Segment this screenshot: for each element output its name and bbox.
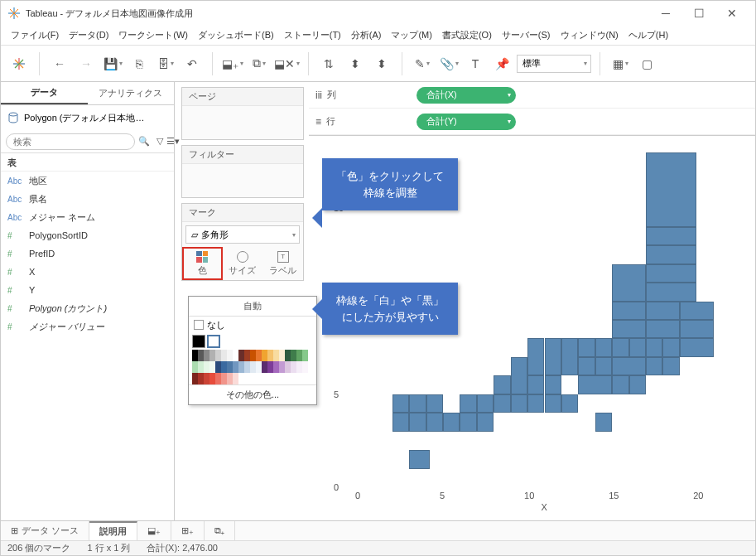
- color-swatch[interactable]: [227, 361, 233, 373]
- color-swatch[interactable]: [267, 350, 273, 361]
- color-swatch[interactable]: [244, 350, 250, 361]
- color-swatch[interactable]: [204, 373, 209, 384]
- color-swatch[interactable]: [273, 361, 279, 373]
- marks-size-button[interactable]: サイズ: [223, 247, 263, 280]
- color-swatch[interactable]: [279, 361, 285, 373]
- map-polygon[interactable]: [646, 264, 696, 283]
- color-swatch[interactable]: [221, 361, 227, 373]
- new-story-tab[interactable]: ⧉₊: [205, 521, 235, 540]
- color-swatch[interactable]: [209, 361, 215, 373]
- field-row[interactable]: Abc県名: [1, 190, 174, 208]
- swatch-black[interactable]: [192, 335, 205, 348]
- field-row[interactable]: Abc地区: [1, 172, 174, 190]
- tab-data[interactable]: データ: [1, 82, 88, 104]
- new-dashboard-tab[interactable]: ⊞₊: [171, 521, 205, 540]
- maximize-button[interactable]: ☐: [682, 2, 715, 25]
- map-polygon[interactable]: [511, 394, 527, 413]
- field-row[interactable]: Abcメジャー ネーム: [1, 208, 174, 226]
- color-swatch[interactable]: [198, 350, 204, 361]
- map-polygon[interactable]: [409, 413, 426, 431]
- pages-shelf[interactable]: ページ: [181, 87, 304, 140]
- map-polygon[interactable]: [595, 338, 612, 356]
- fit-select[interactable]: 標準: [517, 55, 591, 73]
- save-button[interactable]: 💾: [101, 52, 124, 75]
- menu-item[interactable]: データ(D): [64, 27, 113, 44]
- color-swatch[interactable]: [192, 361, 198, 373]
- map-polygon[interactable]: [646, 357, 662, 375]
- color-swatch[interactable]: [192, 373, 198, 384]
- map-polygon[interactable]: [646, 283, 696, 301]
- color-swatch[interactable]: [262, 350, 267, 361]
- menu-item[interactable]: 書式設定(O): [437, 27, 497, 44]
- color-swatch[interactable]: [215, 373, 221, 384]
- map-polygon[interactable]: [646, 227, 696, 245]
- sort-desc-button[interactable]: ⬍: [370, 52, 393, 75]
- map-polygon[interactable]: [460, 413, 476, 431]
- color-swatch[interactable]: [291, 361, 296, 373]
- tab-data-source[interactable]: ⊞データ ソース: [1, 521, 89, 540]
- color-swatch[interactable]: [273, 350, 279, 361]
- mark-type-select[interactable]: ▱ 多角形: [185, 225, 300, 244]
- color-swatch[interactable]: [215, 350, 221, 361]
- marks-color-button[interactable]: 色: [182, 247, 223, 280]
- color-none-row[interactable]: なし: [189, 317, 316, 333]
- menu-item[interactable]: ウィンドウ(N): [556, 27, 624, 44]
- field-row[interactable]: #Polygon (カウント): [1, 299, 174, 317]
- clear-button[interactable]: ⬓✕: [274, 52, 300, 75]
- menu-item[interactable]: ヘルプ(H): [624, 27, 673, 44]
- field-row[interactable]: #メジャー バリュー: [1, 317, 174, 336]
- map-polygon[interactable]: [612, 357, 646, 375]
- highlight-button[interactable]: ✎: [411, 52, 434, 75]
- map-polygon[interactable]: [511, 357, 527, 394]
- back-button[interactable]: ←: [48, 52, 71, 75]
- map-polygon[interactable]: [662, 357, 679, 375]
- color-swatch[interactable]: [198, 361, 204, 373]
- map-polygon[interactable]: [527, 394, 544, 413]
- map-polygon[interactable]: [646, 302, 680, 320]
- field-row[interactable]: #PolygonSortID: [1, 226, 174, 244]
- filters-shelf[interactable]: フィルター: [181, 145, 304, 198]
- tableau-home-icon[interactable]: [7, 52, 31, 75]
- swatch-white-selected[interactable]: [207, 335, 220, 348]
- map-polygon[interactable]: [392, 413, 409, 431]
- color-auto-button[interactable]: 自動: [189, 297, 316, 317]
- new-worksheet-tab[interactable]: ⬓₊: [137, 521, 171, 540]
- map-polygon[interactable]: [680, 320, 714, 338]
- map-polygon[interactable]: [680, 302, 714, 320]
- color-swatch[interactable]: [209, 350, 215, 361]
- map-polygon[interactable]: [646, 245, 696, 263]
- menu-item[interactable]: ワークシート(W): [113, 27, 193, 44]
- map-polygon[interactable]: [527, 375, 544, 394]
- color-swatch[interactable]: [209, 373, 215, 384]
- color-swatch[interactable]: [192, 350, 198, 361]
- rows-pill[interactable]: 合計(Y): [417, 114, 516, 130]
- map-polygon[interactable]: [477, 394, 494, 413]
- field-row[interactable]: #Y: [1, 281, 174, 299]
- map-polygon[interactable]: [426, 413, 443, 431]
- map-polygon[interactable]: [680, 338, 714, 356]
- color-swatch[interactable]: [267, 361, 273, 373]
- map-polygon[interactable]: [545, 394, 561, 413]
- map-polygon[interactable]: [595, 357, 612, 375]
- color-swatch[interactable]: [215, 361, 221, 373]
- color-swatch[interactable]: [256, 350, 262, 361]
- filter-icon[interactable]: ▽: [156, 134, 163, 149]
- color-swatch[interactable]: [227, 373, 233, 384]
- color-swatch[interactable]: [296, 361, 302, 373]
- color-swatch[interactable]: [285, 361, 291, 373]
- undo-button[interactable]: ↶: [181, 52, 204, 75]
- map-polygon[interactable]: [409, 394, 426, 413]
- refresh-data-button[interactable]: 🗄: [154, 52, 177, 75]
- map-polygon[interactable]: [595, 413, 612, 431]
- new-datasource-button[interactable]: ⎘: [128, 52, 151, 75]
- color-swatch[interactable]: [302, 361, 308, 373]
- color-swatch[interactable]: [233, 350, 238, 361]
- menu-item[interactable]: 分析(A): [346, 27, 387, 44]
- search-input[interactable]: [6, 133, 135, 150]
- color-swatch[interactable]: [238, 350, 244, 361]
- forward-button[interactable]: →: [75, 52, 98, 75]
- minimize-button[interactable]: ─: [649, 2, 682, 25]
- map-polygon[interactable]: [629, 375, 646, 394]
- color-swatch[interactable]: [198, 373, 204, 384]
- pin-button[interactable]: 📌: [490, 52, 513, 75]
